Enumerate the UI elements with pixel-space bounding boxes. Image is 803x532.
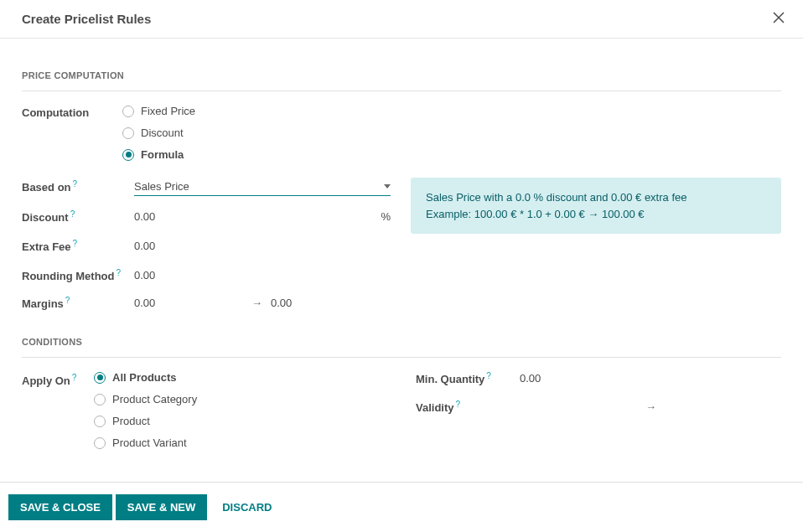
save-new-button[interactable]: SAVE & NEW bbox=[116, 494, 207, 520]
radio-product-variant[interactable]: Product Variant bbox=[94, 436, 197, 449]
help-icon[interactable]: ? bbox=[486, 371, 491, 380]
computation-row: Computation Fixed Price Discount Formula bbox=[22, 105, 781, 161]
formula-section: Based on? Sales Price Discount? 0.00 % E… bbox=[22, 178, 781, 322]
help-icon[interactable]: ? bbox=[65, 296, 70, 305]
radio-icon bbox=[94, 437, 106, 449]
conditions-row: Apply On? All Products Product Category … bbox=[22, 371, 781, 456]
radio-icon-selected bbox=[122, 149, 134, 161]
radio-icon-selected bbox=[94, 372, 106, 384]
radio-label: Product bbox=[112, 415, 150, 427]
apply-on-label: Apply On? bbox=[22, 371, 87, 387]
close-button[interactable] bbox=[768, 10, 790, 28]
extra-fee-input[interactable]: 0.00 bbox=[134, 237, 391, 255]
discard-button[interactable]: DISCARD bbox=[210, 494, 283, 520]
margins-label: Margins? bbox=[22, 296, 134, 310]
section-title-price-computation: PRICE COMPUTATION bbox=[22, 70, 781, 85]
radio-label: Product Category bbox=[112, 393, 197, 405]
radio-label: All Products bbox=[112, 371, 177, 384]
formula-right: Sales Price with a 0.0 % discount and 0.… bbox=[411, 178, 781, 322]
help-icon[interactable]: ? bbox=[456, 400, 461, 409]
apply-on-row: Apply On? All Products Product Category … bbox=[22, 371, 391, 449]
formula-info-box: Sales Price with a 0.0 % discount and 0.… bbox=[411, 178, 781, 234]
help-icon[interactable]: ? bbox=[73, 179, 78, 189]
divider bbox=[22, 357, 781, 358]
radio-discount[interactable]: Discount bbox=[122, 127, 195, 139]
discount-label: Discount? bbox=[22, 209, 134, 224]
section-title-conditions: CONDITIONS bbox=[22, 337, 781, 352]
discount-row: Discount? 0.00 % bbox=[22, 208, 391, 225]
computation-label: Computation bbox=[22, 105, 97, 119]
based-on-select[interactable]: Sales Price bbox=[134, 178, 391, 196]
rounding-label: Rounding Method? bbox=[22, 268, 134, 282]
extra-fee-row: Extra Fee? 0.00 bbox=[22, 237, 391, 255]
rounding-input[interactable]: 0.00 bbox=[134, 266, 391, 284]
validity-label: Validity? bbox=[416, 400, 520, 414]
modal-footer: SAVE & CLOSE SAVE & NEW DISCARD bbox=[0, 482, 803, 532]
help-icon[interactable]: ? bbox=[70, 209, 75, 219]
rounding-row: Rounding Method? 0.00 bbox=[22, 266, 391, 284]
radio-all-products[interactable]: All Products bbox=[94, 371, 197, 384]
based-on-value: Sales Price bbox=[134, 180, 189, 193]
modal-title: Create Pricelist Rules bbox=[22, 12, 151, 26]
help-icon[interactable]: ? bbox=[72, 373, 77, 382]
radio-fixed-price[interactable]: Fixed Price bbox=[122, 105, 195, 117]
arrow-right-icon: → bbox=[251, 297, 262, 309]
min-quantity-row: Min. Quantity? 0.00 bbox=[416, 371, 781, 385]
arrow-right-icon: → bbox=[645, 400, 656, 413]
based-on-label: Based on? bbox=[22, 179, 134, 194]
radio-label: Discount bbox=[141, 127, 184, 139]
min-quantity-input[interactable]: 0.00 bbox=[520, 372, 541, 385]
divider bbox=[22, 90, 781, 91]
based-on-row: Based on? Sales Price bbox=[22, 178, 391, 196]
margins-row: Margins? 0.00 → 0.00 bbox=[22, 296, 391, 310]
close-icon bbox=[773, 12, 785, 23]
radio-icon bbox=[94, 416, 106, 427]
save-close-button[interactable]: SAVE & CLOSE bbox=[8, 494, 112, 520]
conditions-right: Min. Quantity? 0.00 Validity? → bbox=[416, 371, 781, 414]
conditions-left: Apply On? All Products Product Category … bbox=[22, 371, 391, 456]
radio-icon bbox=[122, 106, 134, 117]
radio-product-category[interactable]: Product Category bbox=[94, 393, 197, 405]
chevron-down-icon bbox=[384, 184, 391, 189]
info-line-2: Example: 100.00 € * 1.0 + 0.00 € → 100.0… bbox=[426, 206, 766, 223]
radio-icon bbox=[94, 394, 106, 405]
help-icon[interactable]: ? bbox=[116, 268, 121, 277]
apply-on-options: All Products Product Category Product Pr… bbox=[94, 371, 197, 449]
radio-label: Product Variant bbox=[112, 436, 187, 449]
formula-left: Based on? Sales Price Discount? 0.00 % E… bbox=[22, 178, 391, 322]
help-icon[interactable]: ? bbox=[73, 239, 78, 248]
extra-fee-label: Extra Fee? bbox=[22, 239, 134, 253]
margins-min-input[interactable]: 0.00 bbox=[134, 297, 243, 309]
margins-max-input[interactable]: 0.00 bbox=[271, 297, 380, 309]
modal-header: Create Pricelist Rules bbox=[0, 0, 803, 39]
radio-formula[interactable]: Formula bbox=[122, 148, 195, 161]
radio-label: Fixed Price bbox=[141, 105, 195, 117]
radio-product[interactable]: Product bbox=[94, 415, 197, 427]
info-line-1: Sales Price with a 0.0 % discount and 0.… bbox=[426, 189, 766, 206]
radio-label: Formula bbox=[141, 148, 184, 161]
radio-icon bbox=[122, 127, 134, 139]
computation-options: Fixed Price Discount Formula bbox=[122, 105, 195, 161]
modal-body: PRICE COMPUTATION Computation Fixed Pric… bbox=[0, 39, 803, 473]
min-quantity-label: Min. Quantity? bbox=[416, 371, 520, 385]
validity-row: Validity? → bbox=[416, 400, 781, 414]
discount-suffix: % bbox=[381, 210, 391, 223]
discount-input[interactable]: 0.00 bbox=[134, 208, 377, 225]
